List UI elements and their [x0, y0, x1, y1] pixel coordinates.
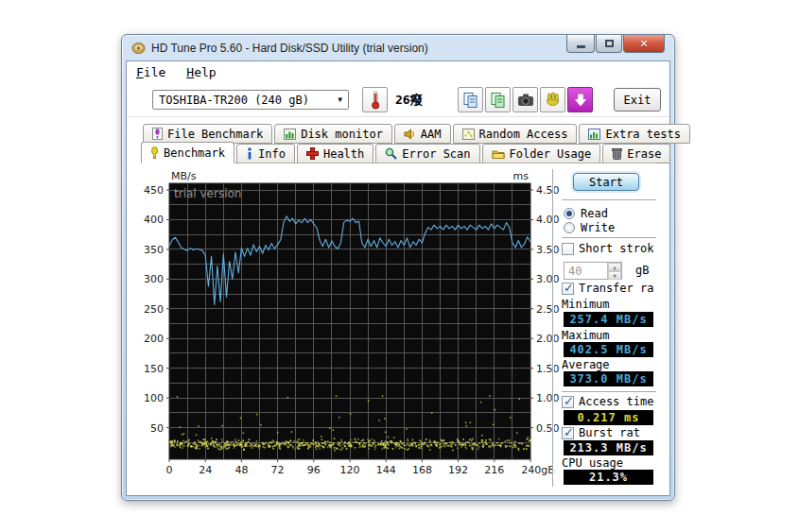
temperature-value: 26癈 [395, 92, 423, 109]
svg-text:2.00: 2.00 [536, 333, 560, 345]
minimize-icon [577, 45, 585, 48]
tab-label: Extra tests [605, 128, 680, 141]
short-stroke-spinner[interactable]: 40 ▲▼ [564, 262, 622, 280]
tab-file-benchmark[interactable]: File Benchmark [143, 124, 272, 144]
bars-icon [284, 129, 296, 140]
tab-erase[interactable]: Erase [602, 144, 670, 163]
svg-text:150: 150 [144, 363, 164, 375]
window-title: HD Tune Pro 5.60 - Hard Disk/SSD Utility… [151, 42, 428, 55]
tab-label: File Benchmark [167, 128, 263, 141]
drive-select-dropdown[interactable]: TOSHIBA-TR200 (240 gB) ▼ [152, 90, 349, 110]
svg-text:250: 250 [144, 303, 164, 316]
tab-benchmark[interactable]: Benchmark [141, 142, 234, 163]
transfer-rate-label: Transfer ra [579, 282, 653, 295]
svg-text:200: 200 [144, 333, 164, 345]
burst-rate-value: 213.3 MB/s [564, 440, 653, 455]
health-cross-icon [306, 147, 319, 160]
benchmark-page: trial version500.501001.001501.502002.00… [142, 163, 664, 493]
svg-text:48: 48 [234, 464, 248, 476]
app-icon [131, 42, 146, 55]
copy-to-file-button[interactable] [485, 87, 511, 112]
title-bar[interactable]: HD Tune Pro 5.60 - Hard Disk/SSD Utility… [122, 35, 674, 60]
svg-text:4.50: 4.50 [536, 184, 560, 197]
chevron-down-icon: ▼ [338, 95, 342, 104]
svg-text:24: 24 [199, 464, 212, 476]
svg-text:ms: ms [513, 170, 530, 182]
tab-label: AAM [421, 128, 442, 141]
burst-rate-label: Burst rat [579, 426, 640, 439]
bulb-purple-icon [152, 128, 163, 140]
spinner-down-icon[interactable]: ▼ [608, 271, 621, 280]
camera-icon [517, 93, 534, 107]
menu-file[interactable]: File [136, 65, 165, 79]
maximum-value: 402.5 MB/s [564, 342, 653, 357]
tab-info[interactable]: Info [236, 144, 295, 163]
tab-error-scan[interactable]: Error Scan [375, 144, 479, 163]
svg-text:300: 300 [144, 273, 164, 285]
tab-label: Benchmark [164, 146, 225, 160]
copy-button[interactable] [458, 87, 483, 112]
tab-health[interactable]: Health [297, 144, 373, 163]
tab-aam[interactable]: AAM [394, 124, 451, 144]
maximum-label: Maximum [562, 329, 610, 342]
tab-label: Erase [627, 147, 661, 161]
dots-icon [462, 129, 475, 140]
maximize-button[interactable] [596, 35, 622, 53]
spinner-up-icon[interactable]: ▲ [608, 263, 621, 271]
average-value: 373.0 MB/s [564, 371, 653, 386]
maximize-icon [605, 40, 614, 47]
svg-text:100: 100 [144, 392, 164, 404]
svg-text:trial version: trial version [174, 187, 241, 200]
donate-button[interactable] [540, 87, 565, 112]
svg-text:168: 168 [412, 464, 432, 476]
temperature-button[interactable] [362, 87, 388, 112]
bulb-yellow-icon [150, 146, 159, 160]
cpu-usage-label: CPU usage [562, 456, 623, 470]
svg-text:4.00: 4.00 [536, 214, 560, 226]
copy-file-icon [490, 92, 506, 108]
magnifier-icon [385, 147, 397, 160]
copy-icon [462, 92, 478, 108]
drive-select-value: TOSHIBA-TR200 (240 gB) [159, 94, 309, 107]
tab-row-top: File Benchmark Disk monitor AAM Random A… [143, 124, 692, 144]
cpu-usage-value: 21.3% [564, 470, 653, 485]
update-button[interactable] [567, 87, 593, 112]
exit-label: Exit [624, 94, 651, 107]
svg-text:72: 72 [271, 464, 285, 476]
svg-text:240gB: 240gB [521, 464, 555, 476]
short-stroke-label: Short strok [579, 242, 653, 255]
svg-text:120: 120 [340, 464, 360, 476]
transfer-rate-checkbox[interactable] [562, 283, 574, 295]
access-time-checkbox[interactable] [562, 396, 574, 408]
info-icon [246, 147, 253, 160]
folder-icon [492, 148, 505, 160]
svg-text:50: 50 [150, 422, 164, 435]
read-label: Read [581, 207, 608, 220]
screenshot-button[interactable] [512, 87, 538, 112]
tab-label: Info [258, 147, 286, 161]
separator [562, 237, 656, 239]
exit-button[interactable]: Exit [614, 88, 661, 112]
app-window: HD Tune Pro 5.60 - Hard Disk/SSD Utility… [121, 34, 675, 501]
write-radio[interactable] [564, 222, 575, 233]
svg-text:400: 400 [144, 214, 164, 226]
benchmark-chart: trial version500.501001.001501.502002.00… [142, 163, 577, 493]
close-button[interactable]: ✕ [623, 35, 665, 53]
svg-text:3.50: 3.50 [536, 244, 560, 256]
short-stroke-checkbox[interactable] [562, 243, 574, 255]
menu-help[interactable]: Help [186, 65, 216, 79]
client-area: File Help TOSHIBA-TR200 (240 gB) ▼ 26癈 E… [126, 60, 670, 496]
svg-text:216: 216 [484, 464, 504, 476]
burst-rate-checkbox[interactable] [562, 427, 574, 439]
minimize-button[interactable] [566, 35, 595, 53]
tab-random-access[interactable]: Random Access [453, 124, 578, 144]
start-button[interactable]: Start [573, 173, 639, 191]
svg-text:1.50: 1.50 [536, 363, 560, 375]
chart-icon [588, 129, 600, 140]
read-radio[interactable] [564, 208, 575, 219]
start-label: Start [589, 176, 623, 189]
tab-extra-tests[interactable]: Extra tests [579, 124, 689, 144]
short-stroke-unit: gB [635, 264, 649, 277]
tab-folder-usage[interactable]: Folder Usage [482, 144, 601, 163]
tab-disk-monitor[interactable]: Disk monitor [274, 124, 392, 144]
